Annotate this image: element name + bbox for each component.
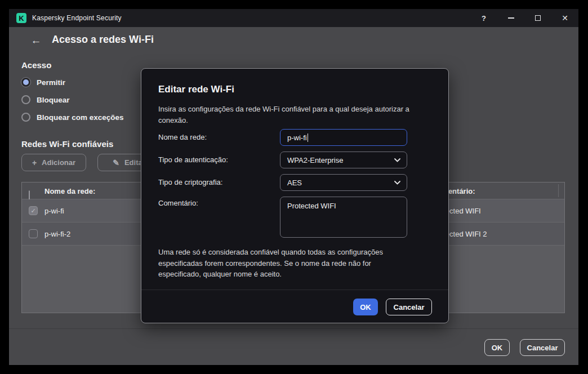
network-name-input[interactable]: p-wi-fi — [280, 129, 407, 146]
dialog-title: Editar rede Wi-Fi — [158, 84, 234, 95]
cancel-button[interactable]: Cancelar — [520, 339, 565, 356]
check-icon: ✓ — [30, 207, 35, 215]
help-button[interactable]: ? — [470, 9, 497, 27]
screen: K Kaspersky Endpoint Security ? ✕ ← Aces — [0, 0, 588, 374]
row-checkbox-unchecked[interactable] — [29, 229, 38, 238]
row-checkbox-checked[interactable]: ✓ — [29, 206, 38, 215]
select-all-checkbox[interactable] — [29, 190, 30, 200]
network-name: p-wi-fi-2 — [44, 230, 70, 238]
window-footer: OK Cancelar — [9, 328, 578, 365]
comment-textarea[interactable]: Protected WIFI — [280, 197, 407, 238]
window-controls: ? ✕ — [470, 9, 578, 27]
dialog-note: Uma rede só é considerada confiável quan… — [158, 247, 400, 280]
encryption-type-label: Tipo de criptografia: — [158, 178, 222, 186]
edit-wifi-dialog: Editar rede Wi-Fi Insira as configuraçõe… — [141, 68, 449, 323]
radio-unselected-icon[interactable] — [21, 95, 30, 104]
add-button-label: Adicionar — [42, 158, 75, 167]
plus-icon: + — [32, 158, 37, 167]
dialog-ok-button[interactable]: OK — [353, 299, 378, 315]
minimize-icon — [508, 17, 514, 19]
help-icon: ? — [482, 14, 486, 23]
radio-label: Permitir — [37, 78, 65, 87]
minimize-button[interactable] — [497, 9, 524, 27]
dialog-footer: OK Cancelar — [141, 290, 448, 323]
trusted-networks-heading: Redes Wi-Fi confiáveis — [21, 139, 113, 149]
radio-label: Bloquear — [37, 96, 70, 104]
auth-type-value: WPA2-Enterprise — [287, 156, 343, 164]
chevron-down-icon — [394, 181, 400, 185]
back-button[interactable]: ← — [29, 34, 43, 47]
comment-label: Comentário: — [158, 199, 198, 207]
network-name-value: p-wi-fi — [287, 133, 307, 142]
close-icon: ✕ — [562, 14, 568, 23]
radio-option-permitir[interactable]: Permitir — [21, 77, 65, 88]
maximize-button[interactable] — [524, 9, 551, 27]
back-arrow-icon: ← — [31, 34, 42, 47]
comment-value: Protected WIFI — [287, 202, 336, 210]
chevron-down-icon — [394, 158, 400, 162]
text-caret — [308, 133, 308, 142]
network-name-label: Nome da rede: — [158, 133, 207, 141]
title-bar: K Kaspersky Endpoint Security ? ✕ — [9, 9, 578, 27]
ok-button[interactable]: OK — [484, 339, 510, 356]
column-header-name: Nome da rede: — [44, 186, 95, 195]
radio-selected-icon[interactable] — [21, 78, 30, 87]
maximize-icon — [535, 15, 541, 21]
kaspersky-logo-icon: K — [16, 13, 26, 23]
auth-type-label: Tipo de autenticação: — [158, 155, 228, 164]
page-title: Acesso a redes Wi-Fi — [52, 34, 154, 46]
network-name: p-wi-fi — [44, 207, 64, 215]
encryption-type-select[interactable]: AES — [280, 174, 407, 191]
radio-unselected-icon[interactable] — [21, 113, 30, 122]
radio-option-bloquear-excecoes[interactable]: Bloquear com exceções — [21, 112, 124, 123]
radio-label: Bloquear com exceções — [37, 113, 124, 122]
app-title: Kaspersky Endpoint Security — [32, 9, 122, 27]
close-button[interactable]: ✕ — [551, 9, 578, 27]
dialog-description: Insira as configurações da rede Wi-Fi co… — [158, 104, 440, 126]
encryption-type-value: AES — [287, 179, 302, 187]
dialog-cancel-button[interactable]: Cancelar — [386, 299, 432, 315]
access-heading: Acesso — [21, 60, 51, 70]
column-divider — [558, 184, 559, 197]
auth-type-select[interactable]: WPA2-Enterprise — [280, 152, 407, 168]
pencil-icon: ✎ — [113, 158, 119, 167]
add-network-button[interactable]: + Adicionar — [21, 154, 86, 171]
radio-option-bloquear[interactable]: Bloquear — [21, 94, 70, 105]
